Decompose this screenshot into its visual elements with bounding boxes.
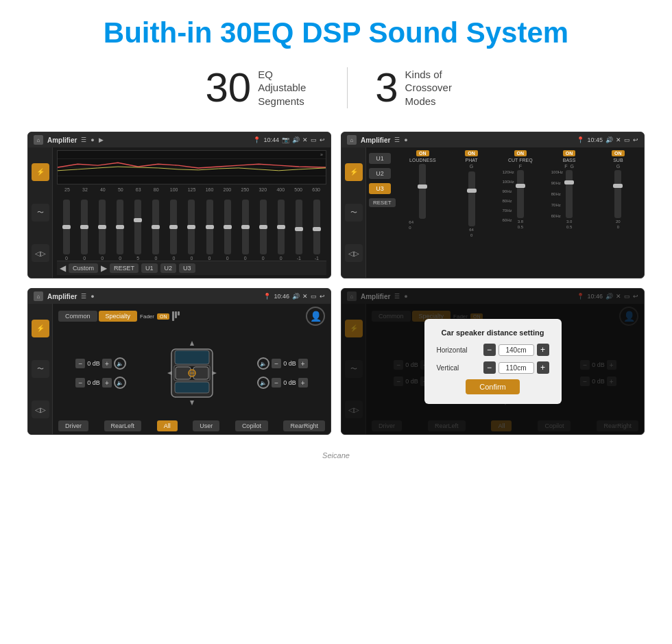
- spec-sidebar-btn-2[interactable]: 〜: [32, 360, 49, 378]
- vertical-value: 110cm: [499, 362, 534, 374]
- vertical-minus-btn[interactable]: −: [483, 361, 496, 374]
- eq-next-btn[interactable]: ▶: [101, 263, 107, 273]
- eq-slider-9[interactable]: 0: [219, 200, 236, 261]
- eq-sidebar-btn-3[interactable]: ◁▷: [32, 244, 49, 262]
- eq-slider-4[interactable]: 5: [130, 200, 146, 261]
- fl-plus[interactable]: +: [102, 359, 112, 368]
- eq-slider-1[interactable]: 0: [76, 200, 93, 261]
- amp-label-3: Amplifier: [47, 293, 77, 300]
- car-diagram: [161, 332, 223, 414]
- eq-slider-3[interactable]: 0: [112, 200, 128, 261]
- eq-sidebar-btn-1[interactable]: ⚡: [32, 163, 49, 181]
- spec-sidebar-btn-1[interactable]: ⚡: [32, 320, 49, 337]
- crossover-sidebar-btn-1[interactable]: ⚡: [345, 163, 363, 181]
- home-icon-3[interactable]: ⌂: [34, 291, 43, 301]
- phat-name: PHAT: [465, 158, 477, 163]
- eq-u3-btn[interactable]: U3: [179, 263, 195, 273]
- eq-slider-5[interactable]: 0: [147, 200, 164, 261]
- eq-slider-11[interactable]: 0: [255, 200, 272, 261]
- loudness-on: ON: [416, 150, 429, 156]
- eq-slider-13[interactable]: -1: [291, 200, 307, 261]
- bass-on: ON: [563, 150, 576, 156]
- horizontal-plus-btn[interactable]: +: [537, 344, 549, 356]
- eq-u1-btn[interactable]: U1: [141, 263, 158, 273]
- u1-btn[interactable]: U1: [369, 153, 391, 164]
- eq-main: » 25 32 40 50 63 80 100 125 160 200 250 …: [53, 147, 331, 278]
- rr-minus[interactable]: −: [272, 378, 281, 387]
- horizontal-minus-btn[interactable]: −: [483, 344, 496, 356]
- common-tab[interactable]: Common: [58, 311, 97, 322]
- channel-sub: ON SUB G 20 0: [595, 150, 641, 275]
- crossover-stat: 3 Kinds of Crossover Modes: [348, 67, 494, 108]
- driver-btn[interactable]: Driver: [58, 420, 88, 431]
- u2-btn[interactable]: U2: [369, 168, 391, 179]
- x-icon-2[interactable]: ✕: [616, 136, 621, 143]
- eq-sidebar-btn-2[interactable]: 〜: [32, 204, 49, 222]
- eq-prev-btn[interactable]: ◀: [60, 263, 66, 273]
- rl-minus[interactable]: −: [75, 378, 85, 387]
- eq-reset-btn[interactable]: RESET: [110, 263, 139, 273]
- eq-slider-10[interactable]: 0: [237, 200, 254, 261]
- confirm-button[interactable]: Confirm: [466, 379, 520, 394]
- rl-plus[interactable]: +: [102, 378, 112, 387]
- fr-plus[interactable]: +: [298, 359, 308, 368]
- loudness-slider[interactable]: [419, 164, 426, 219]
- specialty-screen: ⌂ Amplifier ☰ ● 📍 10:46 🔊 ✕ ▭ ↩ ⚡ 〜 ◁▷: [27, 288, 331, 435]
- x-icon-3[interactable]: ✕: [302, 293, 308, 300]
- copilot-btn[interactable]: Copilot: [235, 420, 268, 431]
- x-icon-1[interactable]: ✕: [302, 136, 308, 143]
- user-btn[interactable]: User: [193, 420, 219, 431]
- speaker-layout: − 0 dB + 🔈 − 0 dB + 🔈: [58, 329, 325, 418]
- vertical-plus-btn[interactable]: +: [537, 361, 549, 374]
- fl-minus[interactable]: −: [75, 359, 85, 368]
- eq-stat: 30 EQ Adjustable Segments: [178, 67, 347, 108]
- eq-slider-7[interactable]: 0: [183, 200, 200, 261]
- rearleft-btn[interactable]: RearLeft: [104, 420, 142, 431]
- eq-slider-6[interactable]: 0: [165, 200, 182, 261]
- rr-plus[interactable]: +: [298, 378, 308, 387]
- spec-sidebar-btn-3[interactable]: ◁▷: [32, 401, 49, 418]
- fl-speaker-icon: 🔈: [114, 357, 126, 370]
- all-btn[interactable]: All: [157, 420, 178, 431]
- eq-expand-icon: »: [320, 152, 323, 157]
- volume-icon-2[interactable]: 🔊: [605, 136, 613, 143]
- rearright-btn[interactable]: RearRight: [283, 420, 325, 431]
- volume-icon-3[interactable]: 🔊: [292, 293, 300, 300]
- crossover-sidebar-btn-3[interactable]: ◁▷: [345, 244, 363, 262]
- eq-content: ⚡ 〜 ◁▷ »: [28, 147, 331, 278]
- u3-btn[interactable]: U3: [369, 183, 391, 194]
- home-icon[interactable]: ⌂: [34, 135, 43, 145]
- cutfreq-slider[interactable]: [517, 170, 524, 218]
- channel-bass: ON BASS FG 100Hz90Hz80Hz70Hz60Hz 3.0 0.5: [546, 150, 592, 275]
- specialty-tab[interactable]: Specialty: [99, 311, 138, 322]
- sub-name: SUB: [613, 158, 623, 163]
- crossover-topbar: ⌂ Amplifier ☰ ● 📍 10:45 🔊 ✕ ▭ ↩: [341, 132, 644, 147]
- time-1: 10:44: [263, 136, 279, 143]
- phat-slider[interactable]: [468, 171, 475, 226]
- rear-left-db: − 0 dB + 🔈: [75, 377, 126, 389]
- crossover-sidebar-btn-2[interactable]: 〜: [345, 204, 363, 222]
- eq-slider-0[interactable]: 0: [58, 200, 75, 261]
- volume-icon-1[interactable]: 🔊: [292, 136, 300, 143]
- specialty-topbar: ⌂ Amplifier ☰ ● 📍 10:46 🔊 ✕ ▭ ↩: [28, 289, 331, 304]
- crossover-main: U1 U2 U3 RESET ON LOUDNESS 64 0: [366, 147, 644, 278]
- eq-slider-8[interactable]: 0: [202, 200, 218, 261]
- back-icon-3[interactable]: ↩: [320, 293, 325, 300]
- home-icon-2[interactable]: ⌂: [347, 135, 357, 145]
- eq-slider-2[interactable]: 0: [94, 200, 110, 261]
- eq-u2-btn[interactable]: U2: [160, 263, 177, 273]
- bass-slider[interactable]: [566, 170, 573, 218]
- back-icon-1[interactable]: ↩: [320, 136, 325, 143]
- back-icon-2[interactable]: ↩: [633, 136, 638, 143]
- eq-custom-btn[interactable]: Custom: [69, 263, 98, 273]
- fr-minus[interactable]: −: [272, 359, 281, 368]
- eq-slider-14[interactable]: -1: [309, 200, 325, 261]
- screen-icon-1: ▭: [311, 136, 317, 143]
- eq-slider-12[interactable]: 0: [273, 200, 289, 261]
- play-icon-1[interactable]: ▶: [99, 136, 104, 143]
- rl-speaker-icon: 🔈: [114, 377, 126, 389]
- screens-grid: ⌂ Amplifier ☰ ● ▶ 📍 10:44 📷 🔊 ✕ ▭ ↩ ⚡ 〜 …: [0, 125, 672, 449]
- crossover-reset-btn[interactable]: RESET: [369, 198, 396, 207]
- sub-slider[interactable]: [614, 170, 621, 218]
- page-title: Buith-in 30EQ DSP Sound System: [14, 16, 658, 49]
